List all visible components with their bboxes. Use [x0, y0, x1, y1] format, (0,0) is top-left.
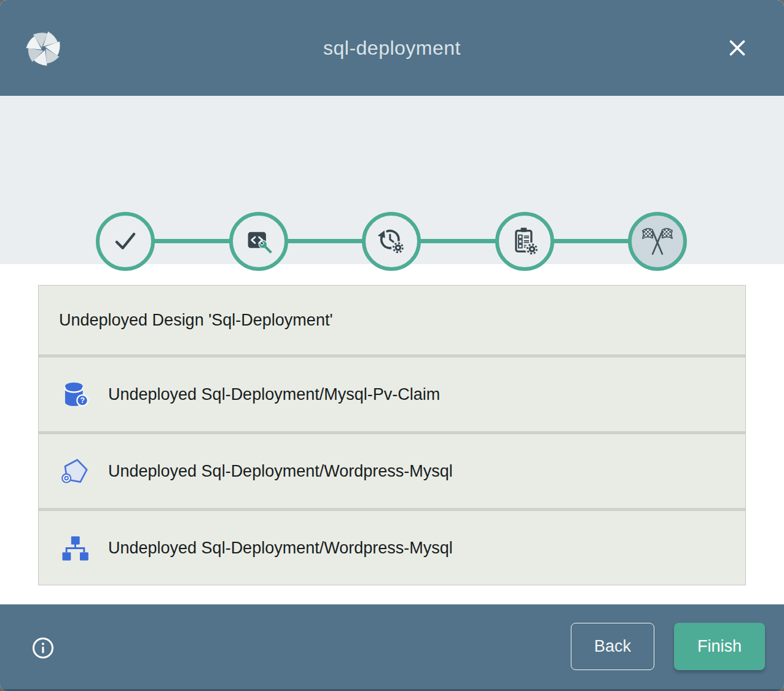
refresh-gear-icon	[375, 225, 407, 257]
deployment-dialog: sql-deployment Validate Design	[0, 0, 784, 691]
status-row-mysql-pv-claim: ? Undeployed Sql-Deployment/Mysql-Pv-Cla…	[39, 357, 745, 431]
deployment-status-card: Undeployed Design 'Sql-Deployment' ? Und…	[38, 285, 746, 585]
database-question-icon: ?	[59, 378, 92, 411]
status-header-text: Undeployed Design 'Sql-Deployment'	[59, 311, 333, 330]
close-button[interactable]	[719, 29, 756, 66]
svg-text:?: ?	[80, 396, 84, 405]
info-button[interactable]	[29, 634, 57, 662]
pentagon-badge-icon	[59, 455, 92, 488]
status-row-text: Undeployed Sql-Deployment/Mysql-Pv-Claim	[108, 385, 440, 404]
dialog-title: sql-deployment	[0, 0, 784, 96]
status-row-wordpress-mysql-1: Undeployed Sql-Deployment/Wordpress-Mysq…	[39, 434, 745, 508]
status-row-wordpress-mysql-2: Undeployed Sql-Deployment/Wordpress-Mysq…	[39, 511, 745, 585]
deployment-stepper: Validate Design Identify Environments	[0, 96, 784, 264]
status-row-text: Undeployed Sql-Deployment/Wordpress-Mysq…	[108, 462, 453, 481]
check-icon	[109, 225, 141, 257]
back-button[interactable]: Back	[571, 623, 654, 670]
info-icon	[31, 636, 55, 660]
dialog-footer: Back Finish	[0, 604, 784, 691]
status-row-text: Undeployed Sql-Deployment/Wordpress-Mysq…	[108, 539, 453, 558]
dialog-header: sql-deployment	[0, 0, 784, 96]
status-header-row: Undeployed Design 'Sql-Deployment'	[39, 286, 745, 354]
code-window-wrench-icon	[243, 225, 275, 257]
close-icon	[724, 35, 750, 61]
finish-button[interactable]: Finish	[674, 623, 765, 670]
hierarchy-icon	[59, 532, 92, 564]
clipboard-gear-icon	[509, 225, 541, 257]
checkered-flags-icon	[640, 224, 675, 259]
dialog-content: Undeployed Design 'Sql-Deployment' ? Und…	[0, 264, 784, 604]
